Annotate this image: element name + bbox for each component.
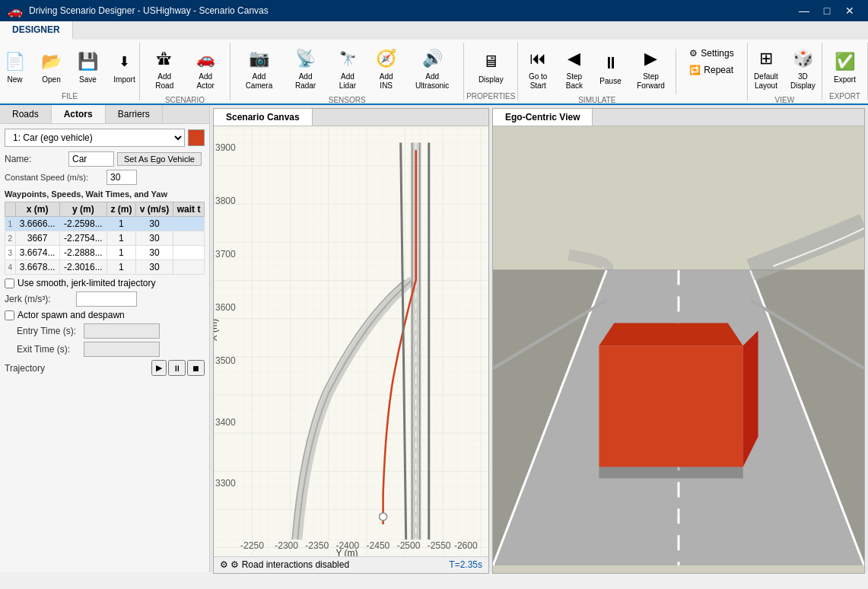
- speed-row: Constant Speed (m/s):: [5, 170, 205, 185]
- properties-group-label: PROPERTIES: [466, 91, 515, 100]
- lidar-label: Add Lidar: [333, 72, 361, 91]
- settings-button[interactable]: ⚙ Settings: [685, 46, 737, 61]
- step-back-label: Step Back: [561, 72, 587, 91]
- add-lidar-button[interactable]: 🔭 Add Lidar: [328, 43, 367, 94]
- ego-3d-svg: [493, 126, 864, 573]
- scenario-buttons: 🛣 Add Road 🚗 Add Actor: [145, 43, 225, 94]
- ribbon-tab-designer[interactable]: DESIGNER: [0, 21, 73, 40]
- add-ultrasonic-button[interactable]: 🔊 Add Ultrasonic: [405, 43, 459, 94]
- jerk-input[interactable]: [76, 291, 137, 307]
- new-icon: 📄: [3, 49, 27, 74]
- repeat-button[interactable]: 🔁 Repeat: [685, 62, 737, 78]
- panel-tabs: Roads Actors Barriers: [0, 105, 209, 124]
- default-layout-button[interactable]: ⊞ DefaultLayout: [749, 43, 784, 94]
- add-camera-button[interactable]: 📷 Add Camera: [235, 43, 283, 94]
- waypoint-row[interactable]: 1 3.6666... -2.2598... 1 30: [5, 217, 205, 231]
- go-to-start-button[interactable]: ⏮ Go toStart: [521, 43, 555, 94]
- app-title: Driving Scenario Designer - USHighway - …: [29, 5, 269, 16]
- settings-gear-icon: ⚙: [220, 559, 228, 570]
- name-input[interactable]: [68, 151, 114, 167]
- ego-tab[interactable]: Ego-Centric View: [493, 109, 593, 126]
- display-icon: 🖥: [479, 49, 503, 74]
- tab-actors[interactable]: Actors: [52, 105, 106, 123]
- smooth-checkbox[interactable]: [5, 279, 14, 288]
- svg-text:3900: 3900: [215, 142, 236, 153]
- svg-text:3800: 3800: [215, 196, 236, 206]
- window-controls: — □ ✕: [793, 2, 860, 19]
- step-back-button[interactable]: ◀ Step Back: [556, 43, 592, 94]
- svg-text:-2600: -2600: [454, 540, 478, 551]
- svg-text:3400: 3400: [215, 417, 236, 428]
- save-button[interactable]: 💾 Save: [71, 46, 106, 88]
- trajectory-play-btn[interactable]: ▶: [151, 360, 167, 376]
- app-icon: 🚗: [8, 4, 23, 18]
- speed-input[interactable]: [107, 170, 137, 185]
- svg-text:-2250: -2250: [240, 540, 264, 551]
- ego-panel: Ego-Centric View: [492, 108, 865, 574]
- jerk-row: Jerk (m/s³):: [5, 291, 205, 307]
- row-wait: [173, 217, 205, 231]
- left-panel: Roads Actors Barriers 1: Car (ego vehicl…: [0, 105, 210, 572]
- export-label: Export: [834, 75, 856, 84]
- scenario-map-svg: 3900 3800 3700 3600 3500 3400 3300 -2250…: [214, 126, 488, 556]
- display-button[interactable]: 🖥 Display: [473, 46, 509, 88]
- import-button[interactable]: ⬇ Import: [107, 46, 142, 88]
- open-button[interactable]: 📂 Open: [34, 46, 69, 88]
- row-z: 1: [107, 246, 136, 260]
- set-ego-vehicle-button[interactable]: Set As Ego Vehicle: [117, 152, 202, 166]
- trajectory-stop-btn[interactable]: ⏹: [187, 360, 205, 376]
- row-y: -2.2598...: [59, 217, 107, 231]
- camera-icon: 📷: [246, 46, 271, 71]
- file-group-label: FILE: [62, 91, 78, 100]
- col-x: x (m): [15, 202, 59, 217]
- row-wait: [173, 246, 205, 260]
- ribbon-group-scenario: 🛣 Add Road 🚗 Add Actor SCENARIO: [140, 43, 231, 100]
- ultrasonic-icon: 🔊: [420, 46, 444, 71]
- step-forward-button[interactable]: ▶ Step Forward: [629, 43, 673, 94]
- canvas-area[interactable]: 3900 3800 3700 3600 3500 3400 3300 -2250…: [214, 126, 488, 556]
- ribbon-group-sensors: 📷 Add Camera 📡 Add Radar 🔭 Add Lidar 🧭 A…: [231, 43, 464, 100]
- open-icon: 📂: [40, 49, 64, 74]
- file-buttons: 📄 New 📂 Open 💾 Save ⬇ Import: [0, 43, 142, 91]
- minimize-button[interactable]: —: [793, 2, 815, 19]
- maximize-button[interactable]: □: [816, 2, 838, 19]
- pause-button[interactable]: ⏸ Pause: [594, 47, 628, 90]
- add-road-icon: 🛣: [152, 46, 176, 71]
- ribbon-group-export: ✅ Export EXPORT: [822, 43, 868, 100]
- tab-roads[interactable]: Roads: [0, 105, 52, 123]
- waypoint-row[interactable]: 4 3.6678... -2.3016... 1 30: [5, 260, 205, 275]
- pause-label: Pause: [599, 77, 621, 86]
- row-z: 1: [107, 231, 136, 246]
- add-road-button[interactable]: 🛣 Add Road: [145, 43, 185, 94]
- add-radar-button[interactable]: 📡 Add Radar: [285, 43, 327, 94]
- smooth-label: Use smooth, jerk-limited trajectory: [17, 278, 155, 288]
- add-ins-button[interactable]: 🧭 Add INS: [369, 43, 404, 94]
- new-button[interactable]: 📄 New: [0, 46, 33, 88]
- trajectory-pause-btn[interactable]: ⏸: [168, 360, 186, 376]
- row-num: 4: [5, 260, 16, 275]
- ribbon-group-simulate: ⏮ Go toStart ◀ Step Back ⏸ Pause ▶ Step …: [518, 43, 747, 100]
- svg-rect-36: [599, 467, 742, 479]
- canvas-tab[interactable]: Scenario Canvas: [214, 109, 313, 126]
- import-label: Import: [113, 75, 135, 84]
- spawn-checkbox-row: Actor spawn and despawn: [5, 310, 205, 320]
- spawn-checkbox[interactable]: [5, 310, 14, 320]
- exit-input[interactable]: [84, 342, 160, 357]
- tab-barriers[interactable]: Barriers: [106, 105, 163, 123]
- add-actor-button[interactable]: 🚗 Add Actor: [186, 43, 226, 94]
- row-y: -2.2754...: [59, 231, 107, 246]
- ego-tab-bar: Ego-Centric View: [493, 109, 864, 126]
- waypoint-row[interactable]: 3 3.6674... -2.2888... 1 30: [5, 246, 205, 260]
- 3d-display-button[interactable]: 🎲 3DDisplay: [785, 43, 821, 94]
- actor-dropdown[interactable]: 1: Car (ego vehicle): [5, 129, 185, 147]
- export-group-label: EXPORT: [829, 91, 860, 100]
- export-button[interactable]: ✅ Export: [827, 46, 862, 88]
- row-x: 3.6674...: [15, 246, 59, 260]
- svg-text:X (m): X (m): [214, 319, 219, 341]
- row-y: -2.3016...: [59, 260, 107, 275]
- svg-text:3300: 3300: [215, 478, 236, 489]
- close-button[interactable]: ✕: [839, 2, 860, 19]
- waypoint-row[interactable]: 2 3667 -2.2754... 1 30: [5, 231, 205, 246]
- entry-input[interactable]: [84, 323, 160, 339]
- ins-label: Add INS: [374, 72, 399, 91]
